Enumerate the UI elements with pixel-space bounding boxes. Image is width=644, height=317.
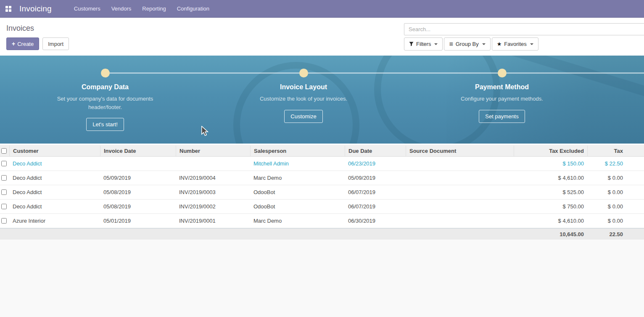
cell-salesperson: Marc Demo [250,175,345,181]
select-all-checkbox[interactable] [1,148,7,154]
cell-number: INV/2019/0003 [176,189,250,195]
cell-number: INV/2019/0002 [176,203,250,210]
onboarding-banner: Company Data Set your company's data for… [0,56,644,144]
cell-customer: Azure Interior [9,218,100,224]
cell-customer: Deco Addict [9,189,100,195]
row-checkbox[interactable] [1,204,7,209]
table-row[interactable]: Deco Addict 05/09/2019 INV/2019/0004 Mar… [0,171,644,185]
cell-customer: Deco Addict [9,175,100,181]
favorites-button[interactable]: ★ Favorites [492,37,538,51]
cell-invoice-date: 05/09/2019 [100,175,176,181]
cell-salesperson: Marc Demo [250,218,345,224]
cell-invoice-date: 05/01/2019 [100,218,176,224]
cell-tax: $ 22.50 [587,160,644,167]
page-title: Invoices [6,24,34,33]
apps-grid-icon [5,6,11,12]
step-dot-invoice-layout [299,69,308,77]
step-title: Invoice Layout [240,83,367,91]
cell-due-date: 06/30/2019 [345,218,406,224]
select-all-checkbox-cell [0,146,9,156]
step-title: Company Data [42,83,168,91]
table-row[interactable]: Azure Interior 05/01/2019 INV/2019/0001 … [0,214,644,228]
top-navbar: Invoicing Customers Vendors Reporting Co… [0,0,644,18]
column-header-invoice-date[interactable]: Invoice Date [100,146,176,156]
search-input[interactable] [404,23,644,35]
table-row[interactable]: Deco Addict 05/08/2019 INV/2019/0003 Odo… [0,185,644,200]
table-row[interactable]: Deco Addict Mitchell Admin 06/23/2019 $ … [0,157,644,171]
column-header-tax-excluded[interactable]: Tax Excluded [514,146,587,156]
cell-tax-excluded: $ 4,610.00 [514,175,587,181]
import-button[interactable]: Import [42,37,69,50]
cell-due-date: 06/23/2019 [345,160,406,167]
cell-number: INV/2019/0004 [176,175,250,181]
cell-tax-excluded: $ 525.00 [514,189,587,195]
step-description: Customize the look of your invoices. [255,95,352,103]
cell-number: INV/2019/0001 [176,218,250,224]
navbar-menu: Customers Vendors Reporting Configuratio… [69,0,215,18]
menu-reporting[interactable]: Reporting [137,0,171,18]
group-by-bars-icon: ≡ [449,41,453,48]
filter-funnel-icon [409,42,414,46]
cell-salesperson: Mitchell Admin [250,160,345,167]
total-tax: 22.50 [587,231,644,237]
mouse-cursor-icon [201,126,209,136]
step-dot-company-data [101,69,110,77]
empty-area [0,240,644,317]
cell-invoice-date: 05/08/2019 [100,189,176,195]
cell-salesperson: OdooBot [250,203,345,210]
onboarding-progress-line [105,72,644,74]
step-dot-payment-method [498,69,507,77]
cell-tax-excluded: $ 750.00 [514,203,587,210]
table-row[interactable]: Deco Addict 05/08/2019 INV/2019/0002 Odo… [0,200,644,214]
cell-tax: $ 0.00 [587,203,644,210]
column-header-tax[interactable]: Tax [587,146,644,156]
total-tax-excluded: 10,645.00 [514,231,587,237]
menu-vendors[interactable]: Vendors [106,0,137,18]
step-title: Payment Method [439,83,565,91]
column-header-salesperson[interactable]: Salesperson [250,146,345,156]
invoice-list: Customer Invoice Date Number Salesperson… [0,145,644,240]
filters-button[interactable]: Filters [404,37,443,51]
cell-invoice-date: 05/08/2019 [100,203,176,210]
column-header-due-date[interactable]: Due Date [345,146,406,156]
group-by-button[interactable]: ≡ Group By [444,37,490,51]
row-checkbox[interactable] [1,161,7,166]
table-totals-row: 10,645.00 22.50 [0,228,644,240]
cell-tax-excluded: $ 150.00 [514,160,587,167]
caret-down-icon [482,43,486,45]
star-icon: ★ [497,41,502,47]
onboarding-step-payment-method: Payment Method Configure your payment me… [439,83,565,123]
apps-menu-button[interactable] [0,0,17,18]
customize-button[interactable]: Customize [284,110,322,123]
cell-customer: Deco Addict [9,203,100,210]
cell-tax: $ 0.00 [587,175,644,181]
control-panel: Invoices + Create Import Filters ≡ Group… [0,18,644,56]
cell-due-date: 06/07/2019 [345,203,406,210]
step-description: Configure your payment methods. [447,95,557,103]
table-header-row: Customer Invoice Date Number Salesperson… [0,145,644,157]
cell-tax: $ 0.00 [587,218,644,224]
column-header-source-document[interactable]: Source Document [406,146,514,156]
step-description: Set your company's data for documents he… [57,95,153,111]
row-checkbox[interactable] [1,218,7,224]
column-header-customer[interactable]: Customer [9,146,100,156]
menu-configuration[interactable]: Configuration [172,0,215,18]
onboarding-step-company-data: Company Data Set your company's data for… [42,83,168,131]
set-payments-button[interactable]: Set payments [479,110,525,123]
row-checkbox[interactable] [1,189,7,195]
lets-start-button[interactable]: Let's start! [86,118,124,131]
onboarding-step-invoice-layout: Invoice Layout Customize the look of you… [240,83,367,123]
cell-tax: $ 0.00 [587,189,644,195]
cell-due-date: 06/07/2019 [345,189,406,195]
caret-down-icon [434,43,438,45]
app-title: Invoicing [19,4,52,13]
menu-customers[interactable]: Customers [69,0,106,18]
cell-due-date: 05/09/2019 [345,175,406,181]
row-checkbox[interactable] [1,175,7,181]
create-button[interactable]: + Create [6,37,39,50]
column-header-number[interactable]: Number [176,146,250,156]
plus-icon: + [12,41,15,47]
cell-tax-excluded: $ 4,610.00 [514,218,587,224]
cell-customer: Deco Addict [9,160,100,167]
cell-salesperson: OdooBot [250,189,345,195]
